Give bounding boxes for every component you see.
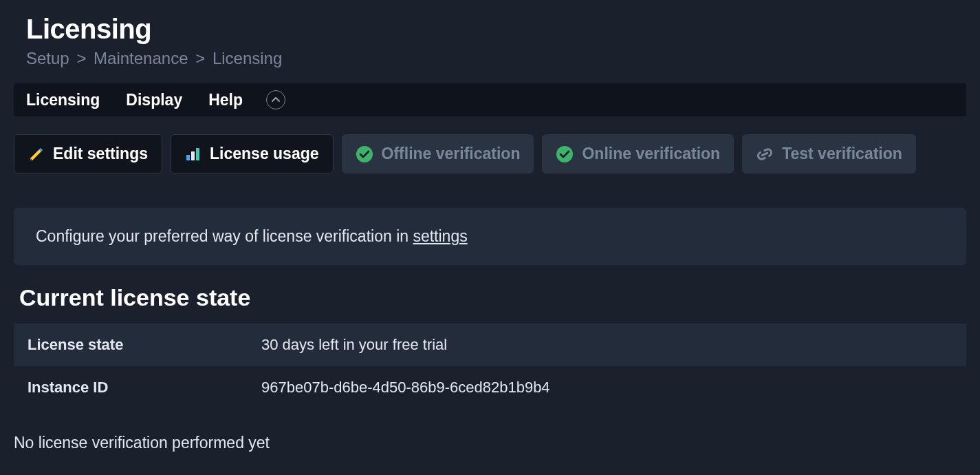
license-usage-label: License usage [210,145,319,163]
info-banner: Configure your preferred way of license … [14,208,966,265]
menubar: Licensing Display Help [14,83,966,116]
offline-verification-label: Offline verification [382,145,521,163]
check-circle-icon [556,145,574,163]
license-state-label: License state [28,336,261,354]
settings-link[interactable]: settings [413,227,467,245]
breadcrumb-sep-2: > [195,49,205,67]
test-verification-label: Test verification [782,145,902,163]
page-title: Licensing [14,14,966,45]
breadcrumb-setup[interactable]: Setup [26,49,69,67]
svg-rect-2 [196,148,199,160]
license-state-value: 30 days left in your free trial [261,336,447,354]
svg-point-3 [356,146,373,162]
menu-display[interactable]: Display [126,91,182,109]
chevron-up-icon [272,97,280,103]
license-usage-button[interactable]: License usage [171,134,334,173]
breadcrumb-sep-1: > [76,49,86,67]
online-verification-button[interactable]: Online verification [542,134,734,173]
svg-rect-1 [191,151,195,160]
breadcrumb-licensing[interactable]: Licensing [213,49,282,67]
toolbar: Edit settings License usage Offline veri… [14,134,966,173]
collapse-toggle[interactable] [266,90,285,109]
link-icon [756,147,774,162]
section-title: Current license state [14,284,966,311]
edit-settings-label: Edit settings [53,145,148,163]
test-verification-button[interactable]: Test verification [742,134,916,173]
verification-status: No license verification performed yet [14,434,966,452]
instance-id-label: Instance ID [28,379,261,397]
table-row: License state 30 days left in your free … [14,324,966,366]
info-banner-text: Configure your preferred way of license … [36,227,413,245]
bar-chart-icon [185,146,202,162]
menu-licensing[interactable]: Licensing [26,91,100,109]
breadcrumb-maintenance[interactable]: Maintenance [94,49,188,67]
breadcrumb: Setup > Maintenance > Licensing [14,49,966,68]
menu-help[interactable]: Help [208,91,243,109]
svg-rect-0 [186,155,190,160]
offline-verification-button[interactable]: Offline verification [342,134,534,173]
svg-point-4 [556,146,573,162]
online-verification-label: Online verification [582,145,720,163]
edit-settings-button[interactable]: Edit settings [14,134,162,173]
pencil-icon [28,146,45,162]
check-circle-icon [356,145,373,163]
table-row: Instance ID 967be07b-d6be-4d50-86b9-6ced… [14,366,966,409]
instance-id-value: 967be07b-d6be-4d50-86b9-6ced82b1b9b4 [261,379,550,397]
license-state-table: License state 30 days left in your free … [14,324,966,409]
